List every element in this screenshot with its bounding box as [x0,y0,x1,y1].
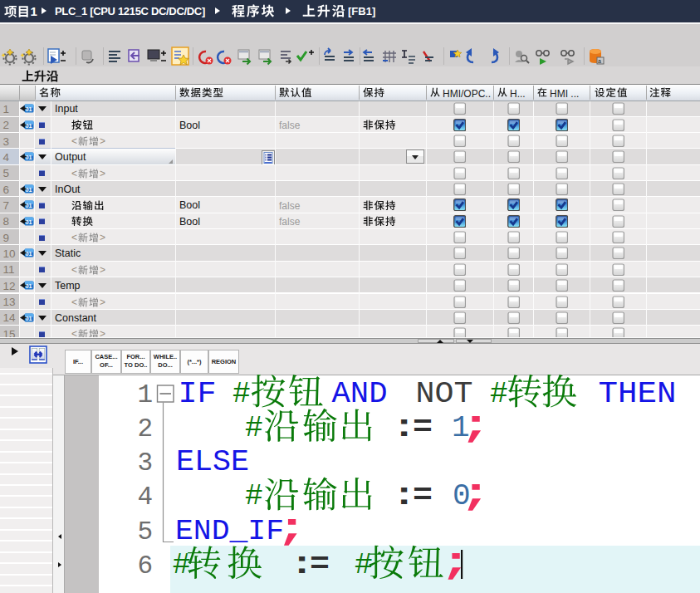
svg-text:#: # [490,377,508,411]
svg-text:;: ; [439,542,472,584]
svg-text:5: 5 [137,517,153,546]
svg-text:AND: AND [332,377,388,411]
svg-text:;: ; [459,405,492,447]
svg-text:;: ; [276,508,309,550]
svg-text:=: = [310,548,330,582]
svg-text:;: ; [459,474,492,516]
svg-text:#: # [245,411,263,445]
svg-text:3: 3 [137,448,153,478]
svg-text:#: # [173,548,191,582]
svg-text:IF: IF [179,377,217,411]
svg-text:2: 2 [137,414,153,444]
svg-text:ELSE: ELSE [176,445,249,479]
svg-text:THEN: THEN [599,377,677,411]
svg-text:1: 1 [137,380,153,409]
svg-text:#: # [233,377,251,411]
svg-text:=: = [413,411,433,445]
svg-text:END_IF: END_IF [175,514,284,548]
svg-text:#: # [245,479,263,513]
svg-text:=: = [413,479,433,513]
svg-text:6: 6 [137,551,153,581]
svg-text:4: 4 [137,483,153,512]
